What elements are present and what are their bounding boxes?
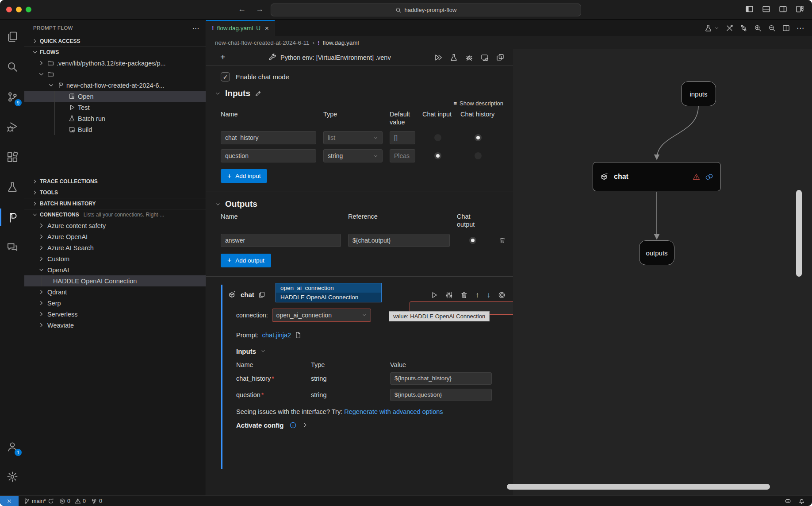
input-name-field[interactable]: [221, 131, 316, 144]
tree-item-open[interactable]: Open: [24, 91, 206, 102]
test-flow-icon[interactable]: [705, 24, 712, 32]
run-all-icon[interactable]: [434, 54, 442, 62]
show-description-toggle[interactable]: ≡ Show description: [206, 100, 503, 107]
input-type-select[interactable]: string: [323, 149, 383, 162]
section-tools[interactable]: TOOLS: [24, 187, 206, 198]
python-env-selector[interactable]: Python env: [VirtualEnvironment] .venv: [269, 54, 391, 61]
section-trace-collections[interactable]: TRACE COLLECTIONS: [24, 176, 206, 187]
tree-item-venv[interactable]: .venv/lib/python3.12/site-packages/p...: [24, 58, 206, 69]
chat-input-radio[interactable]: [434, 152, 441, 159]
forward-icon[interactable]: →: [256, 4, 264, 14]
zoom-in-icon[interactable]: [754, 24, 762, 32]
regenerate-link[interactable]: Regenerate with advanced options: [344, 408, 443, 415]
add-node-icon[interactable]: +: [220, 52, 226, 62]
graph-node-inputs[interactable]: inputs: [681, 81, 716, 106]
test-icon[interactable]: [450, 54, 458, 62]
open-browser-icon[interactable]: [481, 54, 489, 62]
tree-item-serverless[interactable]: Serverless: [24, 309, 206, 320]
maximize-window-button[interactable]: [26, 7, 31, 12]
variants-icon[interactable]: [445, 291, 453, 299]
switch-editor-icon[interactable]: [496, 54, 504, 62]
chevron-down-icon[interactable]: [714, 26, 719, 31]
debug-icon[interactable]: [465, 54, 473, 62]
section-batch-run-history[interactable]: BATCH RUN HISTORY: [24, 198, 206, 209]
move-down-icon[interactable]: ↓: [487, 291, 491, 300]
run-node-icon[interactable]: [430, 291, 438, 299]
split-editor-icon[interactable]: [782, 24, 790, 32]
customize-layout-icon[interactable]: [796, 5, 804, 13]
toggle-panel-icon[interactable]: [762, 5, 770, 13]
remote-indicator[interactable]: [0, 496, 19, 506]
close-tab-icon[interactable]: ×: [265, 24, 269, 32]
comments-icon[interactable]: [0, 236, 24, 259]
command-center-search[interactable]: haddley-prompt-flow: [271, 4, 581, 16]
default-value-field[interactable]: [390, 131, 415, 144]
sidebar-more-icon[interactable]: ⋯: [192, 24, 199, 32]
accounts-icon[interactable]: 1: [0, 435, 24, 458]
tree-item-folder[interactable]: [24, 69, 206, 80]
node-input-value-field[interactable]: [390, 389, 492, 401]
flow-graph-panel[interactable]: inputs chat outputs: [513, 49, 812, 495]
zoom-out-icon[interactable]: [768, 24, 776, 32]
sync-icon[interactable]: [48, 498, 54, 504]
tree-item-azure-ai-search[interactable]: Azure AI Search: [24, 242, 206, 253]
tree-item-build[interactable]: Build: [24, 124, 206, 135]
source-control-icon[interactable]: 9: [0, 85, 24, 108]
connection-suggest-popup[interactable]: open_ai_connection HADDLE OpenAI Connect…: [276, 283, 382, 302]
tree-item-weaviate[interactable]: Weaviate: [24, 320, 206, 331]
minimize-window-button[interactable]: [16, 7, 22, 12]
tree-item-azure-openai[interactable]: Azure OpenAI: [24, 231, 206, 242]
copy-icon[interactable]: [258, 291, 265, 298]
tree-item-qdrant[interactable]: Qdrant: [24, 286, 206, 297]
section-flows[interactable]: FLOWS: [24, 46, 206, 58]
connection-link-icon[interactable]: [705, 173, 713, 181]
run-debug-icon[interactable]: [0, 116, 24, 138]
more-actions-icon[interactable]: ⋯: [797, 23, 804, 33]
tree-item-flow[interactable]: new-chat-flow-created-at-2024-6...: [24, 80, 206, 91]
vertical-scrollbar[interactable]: [796, 190, 802, 277]
delete-output-icon[interactable]: [499, 237, 506, 244]
toggle-sidebar-icon[interactable]: [745, 5, 754, 13]
add-output-button[interactable]: + Add output: [221, 254, 271, 267]
section-connections[interactable]: CONNECTIONS Lists all your connections. …: [24, 209, 206, 220]
chevron-right-icon[interactable]: [302, 422, 308, 428]
copilot-icon[interactable]: [785, 498, 791, 504]
prompt-flow-icon[interactable]: [0, 206, 24, 228]
explorer-icon[interactable]: [0, 25, 24, 48]
info-icon[interactable]: [289, 421, 297, 429]
back-icon[interactable]: ←: [238, 4, 246, 14]
tree-item-serp[interactable]: Serp: [24, 297, 206, 309]
tree-item-test[interactable]: Test: [24, 102, 206, 113]
chat-input-radio[interactable]: [434, 134, 441, 141]
chevron-down-icon[interactable]: [260, 348, 266, 354]
enable-chat-mode-checkbox[interactable]: ✓: [221, 72, 230, 81]
connection-select[interactable]: open_ai_connection: [272, 309, 371, 322]
locate-node-icon[interactable]: [498, 291, 506, 299]
bell-icon[interactable]: [798, 498, 805, 504]
default-value-field[interactable]: [390, 149, 415, 162]
feedback-item[interactable]: 0: [91, 498, 102, 504]
section-quick-access[interactable]: QUICK ACCESS: [24, 36, 206, 46]
input-name-field[interactable]: [221, 149, 316, 162]
add-input-button[interactable]: + Add input: [221, 169, 267, 183]
testing-icon[interactable]: [0, 176, 24, 198]
chat-history-radio[interactable]: [475, 152, 482, 159]
tools-icon[interactable]: [726, 24, 733, 32]
search-view-icon[interactable]: [0, 55, 24, 78]
prompt-file-link[interactable]: chat.jinja2: [262, 332, 291, 339]
tree-item-openai[interactable]: OpenAI: [24, 264, 206, 275]
output-reference-field[interactable]: [348, 234, 450, 247]
graph-node-outputs[interactable]: outputs: [639, 240, 674, 265]
problems-item[interactable]: 0 0: [59, 498, 86, 504]
git-branch-item[interactable]: main*: [24, 498, 54, 504]
settings-gear-icon[interactable]: [0, 465, 24, 488]
input-type-select[interactable]: list: [323, 131, 383, 144]
close-window-button[interactable]: [6, 7, 12, 12]
chat-history-radio[interactable]: [475, 134, 482, 141]
file-icon[interactable]: [295, 332, 302, 339]
tree-item-custom[interactable]: Custom: [24, 253, 206, 264]
tree-item-azure-content-safety[interactable]: Azure content safety: [24, 220, 206, 231]
delete-node-icon[interactable]: [460, 291, 468, 299]
tab-flow-dag-yaml[interactable]: ! flow.dag.yaml U ×: [206, 20, 275, 36]
tree-item-haddle-connection[interactable]: HADDLE OpenAI Connection: [24, 275, 206, 286]
